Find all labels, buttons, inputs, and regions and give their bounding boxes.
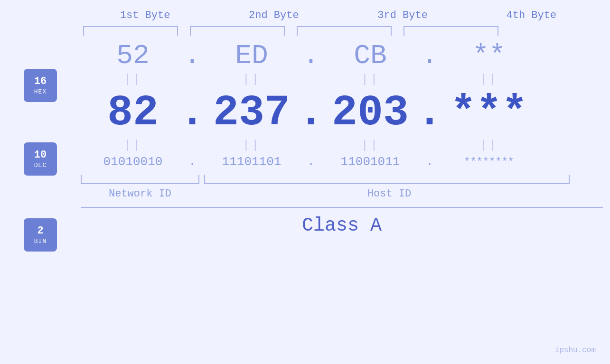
class-label: Class A — [81, 215, 603, 236]
eq-2-3: || — [318, 138, 422, 152]
byte-label-2: 2nd Byte — [226, 9, 321, 21]
hex-val-3: CB — [318, 40, 422, 71]
eq-2-2: || — [199, 138, 304, 152]
dec-sep-2: . — [304, 89, 318, 137]
bracket-4 — [404, 26, 498, 36]
hex-sep-3: . — [422, 40, 437, 71]
bracket-2 — [190, 26, 285, 36]
bin-val-1: 01010010 — [81, 155, 185, 169]
bin-val-4: ******** — [437, 156, 541, 168]
byte-label-4: 4th Byte — [484, 9, 579, 21]
byte-label-1: 1st Byte — [98, 9, 193, 21]
bin-base: 2 — [37, 225, 43, 237]
dec-sep-3: . — [422, 89, 437, 137]
dec-label: DEC — [34, 162, 47, 169]
dec-val-4: *** — [437, 89, 541, 137]
eq-1-1: || — [81, 72, 185, 86]
bottom-brackets — [81, 175, 596, 184]
bin-label: BIN — [34, 238, 47, 245]
main-container: 1st Byte 2nd Byte 3rd Byte 4th Byte 16 H… — [0, 0, 610, 364]
hex-val-4: ** — [437, 40, 541, 71]
network-id-label: Network ID — [81, 188, 199, 200]
hex-sep-1: . — [185, 40, 199, 71]
host-bracket — [204, 175, 570, 184]
host-id-label: Host ID — [204, 188, 574, 200]
network-bracket — [81, 175, 199, 184]
hex-badge: 16 HEX — [24, 69, 57, 102]
bin-val-3: 11001011 — [318, 155, 422, 169]
watermark: ipshu.com — [555, 346, 596, 355]
hex-sep-2: . — [304, 40, 318, 71]
byte-label-3: 3rd Byte — [355, 9, 450, 21]
dec-base: 10 — [34, 149, 47, 161]
bracket-1 — [83, 26, 178, 36]
equals-row-1: || || || || — [81, 72, 596, 86]
eq-2-1: || — [81, 138, 185, 152]
hex-label: HEX — [34, 88, 47, 95]
bin-badge: 2 BIN — [24, 218, 57, 252]
eq-2-4: || — [437, 138, 541, 152]
full-bottom-line — [81, 207, 603, 208]
eq-1-3: || — [318, 72, 422, 86]
dec-badge: 10 DEC — [24, 142, 57, 176]
dec-val-1: 82 — [81, 89, 185, 137]
equals-row-2: || || || || — [81, 138, 596, 152]
top-brackets — [81, 26, 596, 36]
dec-sep-1: . — [185, 89, 199, 137]
bin-row: 01010010 . 11101101 . 11001011 . *******… — [81, 155, 596, 169]
bracket-3 — [297, 26, 392, 36]
eq-1-2: || — [199, 72, 304, 86]
hex-val-1: 52 — [81, 40, 185, 71]
dec-val-2: 237 — [199, 89, 304, 137]
bin-sep-3: . — [422, 155, 437, 169]
hex-base: 16 — [34, 75, 47, 88]
id-labels: Network ID Host ID — [81, 188, 596, 200]
eq-1-4: || — [437, 72, 541, 86]
dec-row: 82 . 237 . 203 . *** — [81, 89, 596, 137]
hex-row: 52 . ED . CB . ** — [81, 40, 596, 71]
bin-sep-2: . — [304, 155, 318, 169]
hex-val-2: ED — [199, 40, 304, 71]
bin-val-2: 11101101 — [199, 155, 304, 169]
dec-val-3: 203 — [318, 89, 422, 137]
byte-headers: 1st Byte 2nd Byte 3rd Byte 4th Byte — [81, 9, 596, 21]
bin-sep-1: . — [185, 155, 199, 169]
